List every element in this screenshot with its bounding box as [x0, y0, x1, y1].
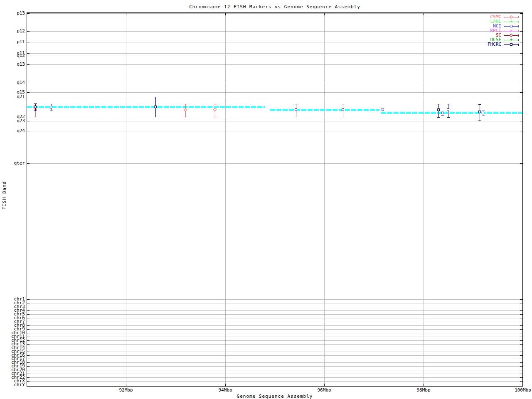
y-tick-label: q13 — [17, 62, 25, 66]
legend-sample-cap — [518, 16, 519, 18]
x-tick — [225, 13, 226, 15]
legend-marker-nci — [510, 25, 512, 27]
x-tick — [324, 384, 325, 386]
y-tick — [520, 303, 522, 303]
plot-border — [27, 12, 523, 387]
x-tick — [424, 384, 424, 386]
y-tick — [520, 299, 522, 300]
y-tick — [520, 318, 522, 318]
y-tick — [27, 13, 30, 14]
y-tick — [27, 307, 30, 307]
y-tick-label: chrY — [14, 382, 25, 387]
y-tick — [520, 307, 522, 307]
legend-label-fhcrc: FHCRC — [488, 42, 501, 47]
y-tick — [520, 329, 522, 330]
y-tick — [27, 370, 30, 370]
y-tick — [520, 370, 522, 370]
y-tick — [520, 381, 522, 382]
y-tick — [27, 333, 30, 333]
y-tick — [520, 385, 522, 385]
y-tick — [520, 13, 522, 14]
y-tick — [27, 64, 30, 65]
y-tick — [27, 385, 30, 385]
y-tick — [27, 318, 30, 318]
x-tick-label: 94Mbp — [218, 388, 232, 393]
y-tick — [520, 333, 522, 333]
y-axis-title: FISH Band — [2, 181, 7, 210]
y-tick — [27, 344, 30, 345]
y-tick — [27, 366, 30, 367]
y-tick — [520, 83, 522, 83]
y-tick — [520, 92, 522, 93]
y-tick — [520, 310, 522, 311]
y-tick — [520, 337, 522, 337]
x-tick — [424, 13, 424, 15]
x-tick — [126, 13, 126, 15]
y-tick — [520, 42, 522, 42]
y-tick — [520, 314, 522, 315]
y-tick — [27, 337, 30, 337]
y-tick — [27, 362, 30, 363]
legend-marker-rpci: × — [509, 28, 514, 33]
y-tick — [27, 299, 30, 300]
y-tick — [520, 322, 522, 322]
y-tick — [27, 381, 30, 382]
y-tick — [27, 42, 30, 42]
legend-sample-cap — [504, 39, 504, 41]
y-tick — [520, 97, 522, 97]
y-tick — [520, 352, 522, 352]
y-tick — [520, 163, 522, 164]
y-tick-label: p11 — [17, 39, 25, 44]
y-tick — [520, 362, 522, 363]
x-tick — [523, 384, 523, 386]
y-tick — [27, 374, 30, 374]
y-tick — [520, 53, 522, 54]
legend-sample-cap — [504, 44, 504, 46]
x-tick-label: 100Mbp — [515, 388, 531, 393]
y-tick — [27, 121, 30, 121]
legend-sample-cap — [518, 30, 519, 32]
y-tick — [27, 97, 30, 97]
y-tick — [520, 355, 522, 356]
y-tick-label: q14 — [17, 80, 25, 85]
x-axis-title: Genome Sequence Assembly — [27, 394, 523, 399]
x-tick — [126, 384, 126, 386]
y-tick — [27, 131, 30, 131]
y-tick — [27, 325, 30, 326]
chart-title: Chromosome 12 FISH Markers vs Genome Seq… — [27, 4, 523, 10]
y-tick — [27, 355, 30, 356]
y-tick — [520, 31, 522, 32]
y-tick-label: q24 — [17, 128, 25, 133]
y-tick-label: p12 — [17, 29, 25, 33]
legend-sample-cap — [518, 39, 519, 41]
y-tick — [27, 352, 30, 352]
y-tick — [27, 303, 30, 303]
y-tick — [27, 340, 30, 341]
y-tick — [27, 92, 30, 93]
y-tick-label: p13 — [17, 11, 25, 15]
y-tick — [520, 377, 522, 378]
legend-sample-cap — [504, 25, 504, 27]
legend-marker-fhcrc — [510, 43, 512, 46]
legend-sample-cap — [504, 16, 504, 18]
y-tick — [520, 344, 522, 345]
y-tick — [520, 348, 522, 348]
y-tick — [520, 366, 522, 367]
y-tick — [27, 31, 30, 32]
legend-sample-cap — [518, 21, 519, 23]
y-tick — [27, 163, 30, 164]
y-tick — [520, 340, 522, 341]
y-tick — [520, 56, 522, 56]
x-tick — [324, 13, 325, 15]
y-tick — [27, 377, 30, 378]
y-tick-label: qter — [14, 161, 25, 165]
x-tick — [523, 13, 523, 15]
y-tick — [27, 117, 30, 117]
y-tick — [27, 83, 30, 83]
x-tick — [225, 384, 226, 386]
x-tick-label: 96Mbp — [317, 388, 331, 393]
chart-root: Chromosome 12 FISH Markers vs Genome Seq… — [0, 0, 532, 399]
y-tick — [520, 117, 522, 117]
y-tick — [27, 56, 30, 56]
legend-sample-cap — [518, 44, 519, 46]
